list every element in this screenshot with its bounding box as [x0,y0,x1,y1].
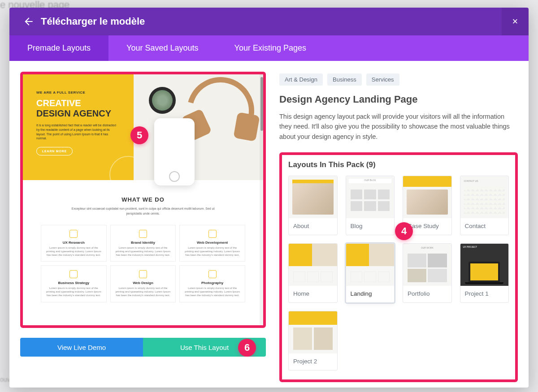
pack-card-about[interactable]: About [288,176,338,235]
pack-card-label: Home [289,286,337,302]
pack-card-blog[interactable]: OUR BLOG Blog [346,176,395,235]
category-tag[interactable]: Business [327,73,362,86]
annotation-badge-6: 6 [238,339,256,357]
service-card: Web DevelopmentLorem ipsum is simply dum… [179,225,245,262]
hero-cta: LEARN MORE [36,147,73,155]
tabs: Premade Layouts Your Saved Layouts Your … [9,35,529,61]
template-modal: Télécharger le modèle × Premade Layouts … [9,8,529,388]
pack-card-label: Project 1 [460,286,509,302]
headphones-icon [187,77,259,149]
service-text: Lorem ipsum is simply dummy text of the … [45,246,103,257]
category-tag[interactable]: Art & Design [279,73,323,86]
action-buttons: View Live Demo Use This Layout 6 [20,338,266,357]
modal-header: Télécharger le modèle × [9,8,529,35]
phone-icon [154,118,195,185]
back-icon[interactable] [23,16,35,27]
service-card: Web DesignLorem ipsum is simply dummy te… [110,265,176,302]
service-text: Lorem ipsum is simply dummy text of the … [114,246,172,257]
pack-card-contact[interactable]: CONTACT US Contact [460,176,509,235]
close-icon[interactable]: × [502,8,529,35]
layout-preview[interactable]: WE ARE A FULL SERVICE CREATIVE DESIGN AG… [20,72,266,328]
service-text: Lorem ipsum is simply dummy text of the … [183,246,241,257]
hero-title-top: CREATIVE [36,98,124,108]
pack-card-home[interactable]: Home [288,243,338,303]
pack-card-label: About [289,218,337,235]
service-text: Lorem ipsum is simply dummy text of the … [183,287,241,297]
pack-card-label: Landing [346,286,395,302]
right-column: Art & Design Business Services Design Ag… [279,72,518,377]
what-we-do-section: WHAT WE DO Excepteur sint occaecat cupid… [23,180,263,225]
pack-card-landing[interactable]: Landing [346,243,395,303]
category-tags: Art & Design Business Services [279,73,518,86]
hero-title-bottom: DESIGN AGENCY [36,108,111,118]
left-column: WE ARE A FULL SERVICE CREATIVE DESIGN AG… [20,72,266,377]
hero-copy: It is a long established fact that a rea… [36,123,117,141]
modal-title: Télécharger le modèle [41,16,502,27]
category-tag[interactable]: Services [366,73,399,86]
service-card: UX ResearchLorem ipsum is simply dummy t… [41,225,107,262]
service-title: Business Strategy [45,281,103,285]
services-grid: UX ResearchLorem ipsum is simply dummy t… [23,225,263,311]
pack-card-label: Project 2 [289,353,337,370]
pack-card-label: Contact [460,218,509,235]
hero-tagline: WE ARE A FULL SERVICE [36,90,124,95]
hero-title: CREATIVE DESIGN AGENCY [36,98,124,119]
service-card: Brand IdentityLorem ipsum is simply dumm… [110,225,176,262]
tab-saved-layouts[interactable]: Your Saved Layouts [108,35,216,61]
service-text: Lorem ipsum is simply dummy text of the … [114,287,172,297]
tab-existing-pages[interactable]: Your Existing Pages [217,35,324,61]
layout-description: This design agency layout pack will prov… [279,112,518,142]
pack-card-label: Portfolio [403,286,451,302]
hero-left: WE ARE A FULL SERVICE CREATIVE DESIGN AG… [23,74,134,180]
service-title: Web Development [183,241,241,245]
tab-premade-layouts[interactable]: Premade Layouts [9,35,108,61]
pack-grid: About OUR BLOG Blog Case Study CONTACT U… [288,176,509,370]
pack-heading: Layouts In This Pack (9) [288,160,509,169]
pack-card-project-1[interactable]: UX PROJECT Project 1 [460,243,509,303]
service-title: Brand Identity [114,241,172,245]
pack-card-project-2[interactable]: Project 2 [288,311,338,370]
pack-card-portfolio[interactable]: OUR WORK Portfolio [403,243,452,303]
view-live-demo-button[interactable]: View Live Demo [20,338,143,357]
preview-scrollbar[interactable] [260,74,263,325]
service-title: Photography [183,281,241,285]
service-card: PhotographyLorem ipsum is simply dummy t… [179,265,245,302]
annotation-badge-5: 5 [130,126,148,144]
section-subtitle: Excepteur sint occaecat cupidatat non pr… [67,207,219,216]
service-text: Lorem ipsum is simply dummy text of the … [45,287,103,297]
plant-icon [149,87,177,115]
hero-image [134,74,263,180]
pack-card-label: Blog [346,218,395,235]
service-card: Business StrategyLorem ipsum is simply d… [41,265,107,302]
service-title: Web Design [114,281,172,285]
section-title: WHAT WE DO [41,196,245,203]
layout-title: Design Agency Landing Page [279,94,518,105]
service-title: UX Research [45,241,103,245]
layouts-in-pack: Layouts In This Pack (9) About OUR BLOG … [279,152,518,382]
modal-body: WE ARE A FULL SERVICE CREATIVE DESIGN AG… [9,61,529,388]
